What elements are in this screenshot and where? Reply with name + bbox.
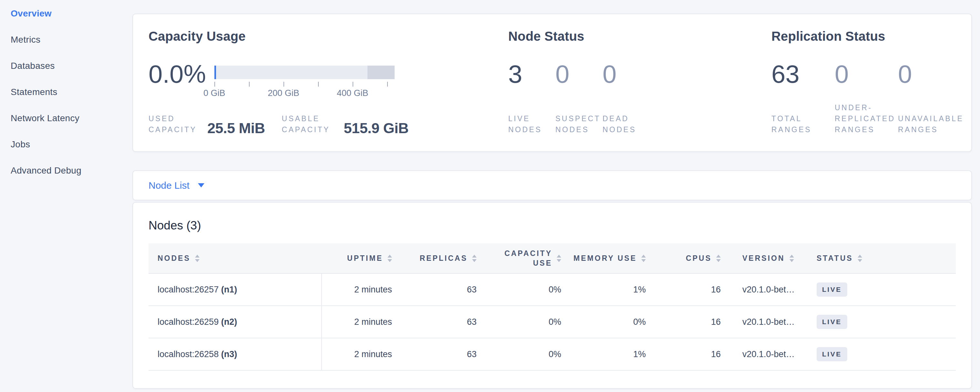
uptime-cell: 2 minutes xyxy=(321,338,399,370)
used-capacity-stat: USED CAPACITY 25.5 MiB xyxy=(148,113,265,135)
axis-tick xyxy=(283,82,284,87)
column-label: CPUS xyxy=(686,254,712,263)
node-address-cell: localhost:26257 (n1) xyxy=(148,273,321,306)
memory-use-cell: 1% xyxy=(568,338,653,370)
total-ranges-stat: 63 TOTAL RANGES xyxy=(772,61,835,135)
node-link[interactable]: localhost:26258 (n3) xyxy=(158,349,237,359)
replicas-cell: 63 xyxy=(399,306,484,338)
unavailable-ranges-stat: 0 UNAVAILABLE RANGES xyxy=(898,61,961,135)
replicas-cell: 63 xyxy=(399,338,484,370)
column-header-status[interactable]: STATUS xyxy=(810,243,956,273)
column-label: REPLICAS xyxy=(420,254,468,263)
axis-tick xyxy=(353,82,353,87)
version-cell: v20.1.0-bet… xyxy=(728,273,810,306)
total-ranges-label: TOTAL RANGES xyxy=(772,113,835,135)
cpus-cell: 16 xyxy=(653,306,728,338)
status-cell: LIVE xyxy=(810,273,956,306)
column-header-capacity-use[interactable]: CAPACITY USE xyxy=(484,243,568,273)
node-status-title: Node Status xyxy=(508,29,756,44)
unavailable-ranges-value: 0 xyxy=(898,61,961,87)
version-cell: v20.1.0-bet… xyxy=(728,338,810,370)
usable-capacity-label: USABLE CAPACITY xyxy=(282,113,340,135)
node-id: (n2) xyxy=(221,317,237,327)
capacity-bar-track xyxy=(215,65,395,79)
column-label: NODES xyxy=(158,254,191,263)
sort-icon xyxy=(858,255,862,262)
axis-tick xyxy=(215,82,215,87)
suspect-nodes-label: SUSPECT NODES xyxy=(555,113,603,135)
column-label: CAPACITY USE xyxy=(494,249,552,268)
live-nodes-label: LIVE NODES xyxy=(508,113,555,135)
uptime-cell: 2 minutes xyxy=(321,306,399,338)
sort-icon xyxy=(557,255,561,262)
column-header-memory-use[interactable]: MEMORY USE xyxy=(568,243,653,273)
capacity-usage-section: Capacity Usage 0.0% xyxy=(133,14,493,151)
suspect-nodes-stat: 0 SUSPECT NODES xyxy=(555,61,603,135)
column-label: UPTIME xyxy=(347,254,383,263)
node-id: (n3) xyxy=(221,349,237,359)
column-header-cpus[interactable]: CPUS xyxy=(653,243,728,273)
status-badge: LIVE xyxy=(817,315,847,329)
cpus-cell: 16 xyxy=(653,273,728,306)
node-id: (n1) xyxy=(221,285,237,295)
node-link[interactable]: localhost:26257 (n1) xyxy=(158,285,237,295)
under-replicated-ranges-value: 0 xyxy=(835,61,898,87)
unavailable-ranges-label: UNAVAILABLE RANGES xyxy=(898,113,961,135)
sidebar-item-advanced-debug[interactable]: Advanced Debug xyxy=(11,166,132,175)
capacity-use-cell: 0% xyxy=(484,273,568,306)
live-nodes-value: 3 xyxy=(508,61,555,87)
under-replicated-ranges-stat: 0 UNDER-REPLICATED RANGES xyxy=(835,61,898,135)
sidebar-item-network-latency[interactable]: Network Latency xyxy=(11,113,132,123)
sort-icon xyxy=(716,255,721,262)
sort-icon xyxy=(472,255,477,262)
node-address: localhost:26258 xyxy=(158,349,219,359)
status-badge: LIVE xyxy=(817,282,847,297)
column-header-replicas[interactable]: REPLICAS xyxy=(399,243,484,273)
dead-nodes-label: DEAD NODES xyxy=(603,113,650,135)
sort-icon xyxy=(641,255,646,262)
node-list-dropdown-label: Node List xyxy=(148,180,189,191)
sidebar-item-statements[interactable]: Statements xyxy=(11,87,132,97)
sidebar-item-jobs[interactable]: Jobs xyxy=(11,140,132,149)
table-row: localhost:26259 (n2) 2 minutes 63 0% 0% … xyxy=(148,306,956,338)
nodes-table-card: Nodes (3) NODES UPTIME RE xyxy=(132,202,972,389)
column-header-version[interactable]: VERSION xyxy=(728,243,810,273)
live-nodes-stat: 3 LIVE NODES xyxy=(508,61,555,135)
capacity-bar-axis: 0 GiB 200 GiB 400 GiB xyxy=(215,88,395,98)
sidebar-item-databases[interactable]: Databases xyxy=(11,61,132,70)
table-header-row: NODES UPTIME REPLICAS CAPACITY USE MEMOR xyxy=(148,243,956,273)
sidebar: Overview Metrics Databases Statements Ne… xyxy=(0,0,132,392)
page: Overview Metrics Databases Statements Ne… xyxy=(0,0,980,392)
capacity-usage-title: Capacity Usage xyxy=(148,29,493,44)
capacity-bar-ticks xyxy=(215,82,395,87)
usable-capacity-value: 515.9 GiB xyxy=(344,121,409,135)
cluster-summary-card: Capacity Usage 0.0% xyxy=(132,14,972,152)
node-list-dropdown[interactable]: Node List xyxy=(148,180,204,191)
capacity-use-cell: 0% xyxy=(484,306,568,338)
table-row: localhost:26258 (n3) 2 minutes 63 0% 1% … xyxy=(148,338,956,370)
node-address: localhost:26259 xyxy=(158,317,219,327)
capacity-bar-reserved-segment xyxy=(368,65,395,79)
column-header-uptime[interactable]: UPTIME xyxy=(321,243,399,273)
table-row: localhost:26257 (n1) 2 minutes 63 0% 1% … xyxy=(148,273,956,306)
suspect-nodes-value: 0 xyxy=(555,61,603,87)
under-replicated-ranges-label: UNDER-REPLICATED RANGES xyxy=(835,102,898,135)
capacity-use-cell: 0% xyxy=(484,338,568,370)
replicas-cell: 63 xyxy=(399,273,484,306)
node-status-section: Node Status 3 LIVE NODES 0 SUSPECT NODES… xyxy=(493,14,756,151)
total-ranges-value: 63 xyxy=(772,61,835,87)
nodes-table: NODES UPTIME REPLICAS CAPACITY USE MEMOR xyxy=(148,243,956,371)
status-badge: LIVE xyxy=(817,347,847,361)
node-link[interactable]: localhost:26259 (n2) xyxy=(158,317,237,327)
sidebar-item-overview[interactable]: Overview xyxy=(11,9,132,18)
dead-nodes-stat: 0 DEAD NODES xyxy=(603,61,650,135)
dead-nodes-value: 0 xyxy=(603,61,650,87)
sidebar-item-metrics[interactable]: Metrics xyxy=(11,35,132,44)
memory-use-cell: 0% xyxy=(568,306,653,338)
column-header-nodes[interactable]: NODES xyxy=(148,243,321,273)
column-label: MEMORY USE xyxy=(573,254,637,263)
replication-status-section: Replication Status 63 TOTAL RANGES 0 UND… xyxy=(756,14,971,151)
uptime-cell: 2 minutes xyxy=(321,273,399,306)
capacity-bar-used-indicator xyxy=(215,65,216,79)
used-capacity-value: 25.5 MiB xyxy=(207,121,265,135)
